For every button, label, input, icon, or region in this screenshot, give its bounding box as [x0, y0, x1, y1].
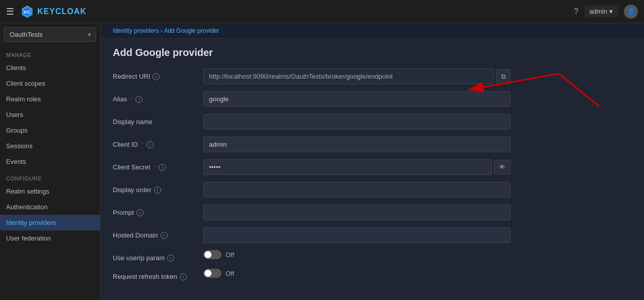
redirect-uri-control: ⧉	[203, 69, 511, 84]
display-order-info-icon[interactable]: i	[154, 187, 161, 194]
display-name-control	[203, 114, 511, 130]
request-refresh-label: Request refresh token i	[113, 269, 203, 280]
realm-selector[interactable]: OauthTests ▾	[4, 27, 96, 42]
sidebar-item-identity-providers[interactable]: Identity providers	[0, 215, 100, 230]
client-id-row: Client ID * i	[113, 137, 632, 152]
client-secret-control: 👁	[203, 159, 511, 175]
form-area: Redirect URI i ⧉ Alias * i	[101, 65, 644, 299]
client-id-label: Client ID * i	[113, 137, 203, 148]
content: Identity providers › Add Google provider…	[101, 23, 644, 300]
content-wrapper: Identity providers › Add Google provider…	[101, 23, 644, 300]
sidebar: OauthTests ▾ Manage Clients Client scope…	[0, 23, 101, 300]
user-chevron-icon: ▾	[609, 8, 613, 15]
use-userip-off-label: Off	[226, 251, 234, 259]
sidebar-item-users[interactable]: Users	[0, 107, 100, 123]
sidebar-item-groups[interactable]: Groups	[0, 123, 100, 138]
sidebar-item-realm-settings[interactable]: Realm settings	[0, 184, 100, 199]
realm-selector-label: OauthTests	[10, 31, 43, 38]
display-order-row: Display order i	[113, 182, 632, 198]
avatar[interactable]: 👤	[624, 5, 638, 19]
keycloak-logo-icon: KC	[20, 5, 34, 19]
hosted-domain-control	[203, 227, 511, 243]
display-order-label: Display order i	[113, 182, 203, 194]
redirect-uri-row: Redirect URI i ⧉	[113, 69, 632, 84]
display-name-input[interactable]	[203, 114, 511, 130]
logo-text: KEYCLOAK	[37, 7, 87, 16]
request-refresh-control: Off	[203, 269, 511, 278]
sidebar-item-events[interactable]: Events	[0, 154, 100, 169]
request-refresh-row: Request refresh token i Off	[113, 269, 632, 280]
alias-info-icon[interactable]: i	[135, 96, 142, 103]
chevron-down-icon: ▾	[88, 32, 91, 37]
breadcrumb-current: Add Google provider	[164, 27, 219, 34]
alias-control	[203, 91, 511, 107]
manage-section-label: Manage	[0, 46, 100, 60]
request-refresh-info-icon[interactable]: i	[180, 273, 187, 280]
request-refresh-toggle[interactable]	[203, 269, 222, 278]
use-userip-row: Use userIp param i Off	[113, 250, 632, 262]
client-id-required: *	[141, 141, 144, 148]
breadcrumb-parent[interactable]: Identity providers	[113, 27, 159, 34]
alias-required: *	[130, 95, 133, 103]
client-secret-label: Client Secret * i	[113, 159, 203, 171]
prompt-label: Prompt i	[113, 205, 203, 216]
main-layout: OauthTests ▾ Manage Clients Client scope…	[0, 23, 644, 300]
hosted-domain-row: Hosted Domain i	[113, 227, 632, 243]
alias-row: Alias * i	[113, 91, 632, 107]
use-userip-control: Off	[203, 250, 511, 259]
sidebar-item-realm-roles[interactable]: Realm roles	[0, 91, 100, 107]
prompt-info-icon[interactable]: i	[136, 209, 144, 216]
hamburger-menu[interactable]: ☰	[6, 6, 14, 17]
alias-label: Alias * i	[113, 91, 203, 103]
prompt-row: Prompt i	[113, 205, 632, 220]
redirect-uri-info-icon[interactable]: i	[153, 73, 160, 80]
client-id-input[interactable]	[203, 137, 511, 152]
help-icon[interactable]: ?	[574, 7, 579, 16]
copy-redirect-uri-button[interactable]: ⧉	[496, 69, 511, 84]
breadcrumb: Identity providers › Add Google provider	[101, 23, 644, 39]
logo: KC KEYCLOAK	[20, 5, 87, 19]
hosted-domain-label: Hosted Domain i	[113, 227, 203, 239]
page-header: Add Google provider	[101, 39, 644, 65]
client-secret-input[interactable]	[203, 159, 492, 175]
sidebar-item-clients[interactable]: Clients	[0, 60, 100, 76]
redirect-uri-input	[203, 69, 494, 84]
use-userip-info-icon[interactable]: i	[167, 255, 174, 262]
hosted-domain-info-icon[interactable]: i	[161, 232, 168, 239]
prompt-input[interactable]	[203, 205, 511, 220]
user-menu[interactable]: admin ▾	[585, 6, 618, 17]
hosted-domain-input[interactable]	[203, 227, 511, 243]
user-label: admin	[590, 8, 607, 15]
sidebar-item-client-scopes[interactable]: Client scopes	[0, 76, 100, 91]
toggle-secret-visibility-button[interactable]: 👁	[494, 160, 511, 174]
client-secret-required: *	[154, 163, 156, 171]
client-id-control	[203, 137, 511, 152]
svg-text:KC: KC	[24, 9, 31, 14]
display-order-control	[203, 182, 511, 198]
topbar: ☰ KC KEYCLOAK ? admin ▾ 👤	[0, 0, 644, 23]
alias-input[interactable]	[203, 91, 511, 107]
topbar-right: ? admin ▾ 👤	[574, 5, 638, 19]
use-userip-label: Use userIp param i	[113, 250, 203, 262]
client-secret-info-icon[interactable]: i	[159, 164, 166, 171]
redirect-uri-label: Redirect URI i	[113, 69, 203, 80]
display-name-row: Display name	[113, 114, 632, 130]
sidebar-item-user-federation[interactable]: User federation	[0, 230, 100, 246]
prompt-control	[203, 205, 511, 220]
request-refresh-off-label: Off	[226, 270, 234, 277]
display-name-label: Display name	[113, 114, 203, 126]
use-userip-toggle[interactable]	[203, 250, 222, 259]
client-secret-row: Client Secret * i 👁	[113, 159, 632, 175]
sidebar-item-authentication[interactable]: Authentication	[0, 199, 100, 215]
page-title: Add Google provider	[113, 47, 632, 58]
configure-section-label: Configure	[0, 169, 100, 184]
client-id-info-icon[interactable]: i	[147, 141, 154, 148]
sidebar-item-sessions[interactable]: Sessions	[0, 138, 100, 154]
display-order-input[interactable]	[203, 182, 511, 198]
